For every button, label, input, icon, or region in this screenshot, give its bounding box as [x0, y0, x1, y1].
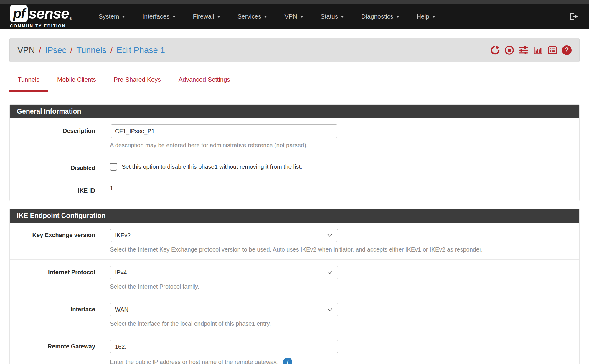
interface-value: WAN — [115, 306, 128, 313]
disabled-checkbox[interactable] — [110, 163, 117, 171]
info-icon[interactable]: i — [283, 358, 292, 364]
interface-label: Interface — [10, 303, 95, 327]
interface-select[interactable]: WAN — [110, 303, 338, 316]
internet-protocol-value: IPv4 — [115, 269, 127, 276]
chevron-down-icon — [396, 16, 400, 18]
internet-protocol-help: Select the Internet Protocol family. — [110, 283, 579, 290]
tab-advanced-settings[interactable]: Advanced Settings — [170, 76, 239, 92]
breadcrumb-separator: / — [110, 45, 113, 55]
chevron-down-icon — [172, 16, 176, 18]
top-strip — [0, 0, 589, 4]
registered-mark: ® — [70, 16, 72, 21]
interface-row: Interface WAN Select the interface for t… — [10, 297, 579, 334]
chevron-down-icon — [264, 16, 267, 18]
ike-endpoint-configuration-body: Key Exchange version IKEv2 Select the In… — [10, 223, 579, 364]
sign-out-icon[interactable] — [569, 12, 579, 21]
community-edition-label: COMMUNITY EDITION — [10, 24, 72, 28]
breadcrumb: VPN / IPsec / Tunnels / Edit Phase 1 — [9, 38, 580, 62]
internet-protocol-select[interactable]: IPv4 — [110, 266, 338, 279]
chevron-down-icon — [328, 232, 332, 237]
chevron-down-icon — [122, 16, 125, 18]
description-help: A description may be entered here for ad… — [110, 142, 579, 149]
nav-item-label: Services — [237, 13, 261, 20]
ike-id-value: 1 — [110, 184, 579, 192]
disabled-checkbox-label: Set this option to disable this phase1 w… — [122, 163, 302, 170]
tab-mobile-clients[interactable]: Mobile Clients — [48, 76, 105, 92]
sliders-icon[interactable] — [519, 45, 529, 55]
nav-item-diagnostics[interactable]: Diagnostics — [353, 4, 408, 29]
pf-logo-box: pf — [10, 5, 28, 22]
nav-item-label: System — [98, 13, 119, 20]
breadcrumb-edit-phase-1[interactable]: Edit Phase 1 — [116, 45, 165, 55]
ipsec-tab-bar: Tunnels Mobile Clients Pre-Shared Keys A… — [9, 76, 580, 92]
chevron-down-icon — [300, 16, 303, 18]
breadcrumb-separator: / — [70, 45, 72, 55]
nav-item-system[interactable]: System — [90, 4, 134, 29]
internet-protocol-row: Internet Protocol IPv4 Select the Intern… — [10, 260, 579, 297]
nav-item-label: VPN — [284, 13, 297, 20]
breadcrumb-separator: / — [39, 45, 41, 55]
help-icon[interactable]: ? — [562, 45, 572, 55]
nav-item-label: Diagnostics — [361, 13, 393, 20]
tab-pre-shared-keys[interactable]: Pre-Shared Keys — [105, 76, 170, 92]
key-exchange-version-select[interactable]: IKEv2 — [110, 229, 338, 242]
nav-menu: System Interfaces Firewall Services VPN … — [90, 4, 444, 29]
general-information-body: Description A description may be entered… — [10, 118, 579, 201]
nav-item-vpn[interactable]: VPN — [276, 4, 312, 29]
nav-item-interfaces[interactable]: Interfaces — [134, 4, 184, 29]
chevron-down-icon — [341, 16, 344, 18]
ike-id-label: IKE ID — [10, 184, 95, 194]
key-exchange-version-value: IKEv2 — [115, 232, 131, 239]
stop-circle-icon[interactable] — [504, 45, 514, 55]
nav-item-label: Firewall — [193, 13, 214, 20]
remote-gateway-label: Remote Gateway — [10, 340, 95, 364]
nav-item-label: Interfaces — [142, 13, 169, 20]
pfsense-logo-wordmark: pf sense ® — [10, 5, 72, 22]
key-exchange-version-row: Key Exchange version IKEv2 Select the In… — [10, 223, 579, 260]
key-exchange-version-help: Select the Internet Key Exchange protoco… — [110, 246, 579, 253]
sense-wordmark: sense — [29, 5, 69, 22]
main-navbar: pf sense ® COMMUNITY EDITION System Inte… — [0, 4, 589, 29]
nav-item-help[interactable]: Help — [408, 4, 444, 29]
chevron-down-icon — [328, 307, 332, 311]
remote-gateway-help: Enter the public IP address or host name… — [110, 359, 278, 364]
list-icon[interactable] — [547, 45, 557, 55]
disabled-label: Disabled — [10, 161, 95, 171]
chevron-down-icon — [328, 269, 332, 274]
ike-id-row: IKE ID 1 — [10, 178, 579, 201]
nav-item-label: Help — [417, 13, 429, 20]
nav-item-firewall[interactable]: Firewall — [184, 4, 229, 29]
nav-item-status[interactable]: Status — [312, 4, 353, 29]
tab-tunnels[interactable]: Tunnels — [9, 76, 48, 92]
ike-endpoint-configuration-panel: IKE Endpoint Configuration Key Exchange … — [9, 209, 580, 364]
bar-chart-icon[interactable] — [533, 45, 543, 55]
remote-gateway-input[interactable] — [110, 340, 338, 353]
chevron-down-icon — [217, 16, 220, 18]
breadcrumb-ipsec[interactable]: IPsec — [45, 45, 67, 55]
remote-gateway-row: Remote Gateway Enter the public IP addre… — [10, 334, 579, 364]
pfsense-logo[interactable]: pf sense ® COMMUNITY EDITION — [10, 5, 72, 28]
description-input[interactable] — [110, 124, 338, 138]
general-information-panel: General Information Description A descri… — [9, 104, 580, 201]
chevron-down-icon — [432, 16, 435, 18]
page-action-icons: ? — [490, 45, 572, 55]
panel-title-general-information: General Information — [10, 105, 579, 118]
key-exchange-version-label: Key Exchange version — [10, 229, 95, 253]
description-row: Description A description may be entered… — [10, 118, 579, 155]
redo-icon[interactable] — [490, 45, 500, 55]
panel-title-ike-endpoint-configuration: IKE Endpoint Configuration — [10, 209, 579, 223]
interface-help: Select the interface for the local endpo… — [110, 320, 579, 327]
nav-item-services[interactable]: Services — [229, 4, 276, 29]
internet-protocol-label: Internet Protocol — [10, 266, 95, 290]
disabled-row: Disabled Set this option to disable this… — [10, 155, 579, 178]
description-label: Description — [10, 124, 95, 149]
breadcrumb-vpn: VPN — [17, 45, 35, 55]
nav-item-label: Status — [321, 13, 338, 20]
breadcrumb-tunnels[interactable]: Tunnels — [76, 45, 106, 55]
